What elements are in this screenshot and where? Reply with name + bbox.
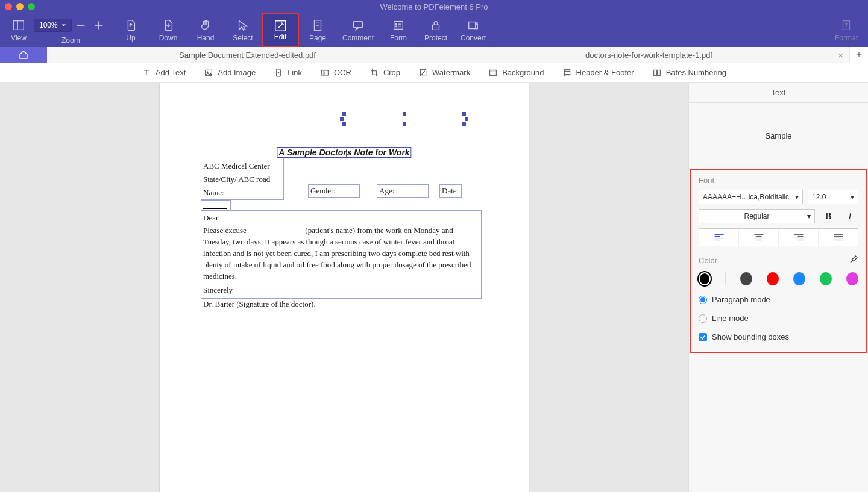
convert-tool[interactable]: Convert <box>454 13 492 47</box>
close-window-icon[interactable] <box>5 3 12 10</box>
link-button[interactable]: Link <box>274 68 302 78</box>
text-block[interactable]: Gender: <box>308 184 360 198</box>
hand-tool[interactable]: Hand <box>187 13 224 47</box>
hand-label: Hand <box>197 34 215 42</box>
up-tool[interactable]: Up <box>112 13 149 47</box>
zoom-in-button[interactable] <box>90 16 108 34</box>
page-tool[interactable]: Page <box>299 13 336 47</box>
svg-rect-29 <box>490 70 497 72</box>
selection-handle-icon[interactable] <box>462 112 466 116</box>
background-button[interactable]: Background <box>488 68 544 78</box>
font-weight-select[interactable]: Regular▾ <box>699 209 815 223</box>
select-label: Select <box>233 34 253 42</box>
new-tab-button[interactable] <box>850 47 868 63</box>
align-center-button[interactable] <box>739 229 779 246</box>
text-block[interactable]: Dear Please excuse ______________ (patie… <box>201 210 482 299</box>
minimize-window-icon[interactable] <box>16 3 24 10</box>
color-swatch-green[interactable] <box>820 272 832 285</box>
selection-handle-icon[interactable] <box>342 112 346 116</box>
crop-button[interactable]: Crop <box>370 68 400 78</box>
up-label: Up <box>126 34 135 42</box>
color-swatch-magenta[interactable] <box>846 272 858 285</box>
checkbox-checked-icon[interactable] <box>699 333 707 341</box>
document-tab-0[interactable]: Sample Document Extended-edited.pdf <box>47 47 448 63</box>
canvas-area[interactable]: A Sample Doctors Note for Work ABC Medic… <box>0 83 688 492</box>
pdf-page[interactable]: A Sample Doctors Note for Work ABC Medic… <box>160 83 529 492</box>
zoom-value-select[interactable]: 100% <box>34 19 72 32</box>
divider <box>725 272 726 285</box>
home-tab[interactable] <box>0 47 47 63</box>
add-image-button[interactable]: Add Image <box>204 68 256 78</box>
link-label: Link <box>288 68 302 77</box>
sample-preview: Sample <box>689 103 868 169</box>
paragraph-mode-radio[interactable]: Paragraph mode <box>699 295 858 304</box>
ocr-button[interactable]: OCR <box>320 68 351 78</box>
selection-handle-icon[interactable] <box>462 122 466 126</box>
zoom-label: Zoom <box>61 36 80 45</box>
color-swatch-blue[interactable] <box>793 272 805 285</box>
svg-rect-16 <box>469 22 476 28</box>
selection-handle-icon[interactable] <box>403 122 406 126</box>
edit-tool[interactable]: Edit <box>263 14 298 46</box>
color-swatches <box>699 272 858 285</box>
color-swatch-red[interactable] <box>767 272 779 285</box>
italic-button[interactable]: I <box>841 209 858 223</box>
selection-handle-icon[interactable] <box>403 112 406 116</box>
view-tool[interactable]: View <box>4 13 34 47</box>
selection-handle-icon[interactable] <box>342 122 346 126</box>
workspace: A Sample Doctors Note for Work ABC Medic… <box>0 83 868 492</box>
svg-point-11 <box>395 23 397 25</box>
text-block[interactable]: ABC Medical Center State/City/ ABC road … <box>201 158 284 200</box>
form-tool[interactable]: Form <box>380 13 417 47</box>
close-tab-icon[interactable]: × <box>838 50 843 60</box>
protect-tool[interactable]: Protect <box>417 13 454 47</box>
maximize-window-icon[interactable] <box>28 3 35 10</box>
format-tool[interactable]: Format <box>828 13 864 47</box>
font-size-select[interactable]: 12.0▾ <box>808 190 858 204</box>
header-footer-label: Header & Footer <box>576 68 634 77</box>
protect-label: Protect <box>424 34 447 42</box>
underline <box>221 213 275 220</box>
bold-button[interactable]: B <box>820 209 837 223</box>
svg-rect-24 <box>277 69 281 76</box>
down-tool[interactable]: Down <box>149 13 187 47</box>
font-family-select[interactable]: AAAAAA+H…ica,BoldItalic▾ <box>699 190 803 204</box>
background-label: Background <box>502 68 544 77</box>
zoom-out-button[interactable] <box>72 16 90 34</box>
text-block[interactable]: Date: <box>439 184 462 198</box>
svg-point-23 <box>207 71 208 72</box>
add-image-label: Add Image <box>218 68 256 77</box>
bates-button[interactable]: Bates Numbering <box>652 68 726 78</box>
panel-tab-text[interactable]: Text <box>689 83 868 103</box>
comment-tool[interactable]: Comment <box>336 13 380 47</box>
add-text-button[interactable]: Add Text <box>142 68 186 78</box>
document-tab-label: doctors-note-for-work-template-1.pdf <box>585 51 712 60</box>
chevron-down-icon: ▾ <box>851 193 854 201</box>
text-block[interactable]: Age: <box>377 184 429 198</box>
document-tab-1[interactable]: doctors-note-for-work-template-1.pdf × <box>448 47 850 63</box>
align-justify-button[interactable] <box>819 229 858 246</box>
underline <box>338 186 356 193</box>
align-right-button[interactable] <box>779 229 819 246</box>
radio-unchecked-icon[interactable] <box>699 314 707 323</box>
watermark-button[interactable]: Watermark <box>418 68 470 78</box>
line-mode-radio[interactable]: Line mode <box>699 314 858 323</box>
header-footer-button[interactable]: Header & Footer <box>562 68 634 78</box>
color-swatch-gray[interactable] <box>740 272 752 285</box>
eyedropper-icon[interactable] <box>849 255 858 266</box>
select-tool[interactable]: Select <box>224 13 262 47</box>
text-block[interactable] <box>201 200 231 211</box>
color-section-label: Color <box>699 256 717 265</box>
selection-handle-icon[interactable] <box>340 117 344 121</box>
align-left-button[interactable] <box>699 229 739 246</box>
doc-title-text[interactable]: A Sample Doctors Note for Work <box>277 147 411 158</box>
down-label: Down <box>159 34 178 42</box>
color-swatch-black[interactable] <box>699 272 711 285</box>
age-label: Age: <box>379 186 394 195</box>
selection-handle-icon[interactable] <box>465 117 468 121</box>
window-titlebar: Welcome to PDFelement 6 Pro <box>0 0 868 13</box>
alignment-row <box>699 228 858 246</box>
zoom-tool: 100% Zoom <box>34 13 112 47</box>
show-boxes-checkbox[interactable]: Show bounding boxes <box>699 332 858 341</box>
radio-checked-icon[interactable] <box>699 296 707 304</box>
